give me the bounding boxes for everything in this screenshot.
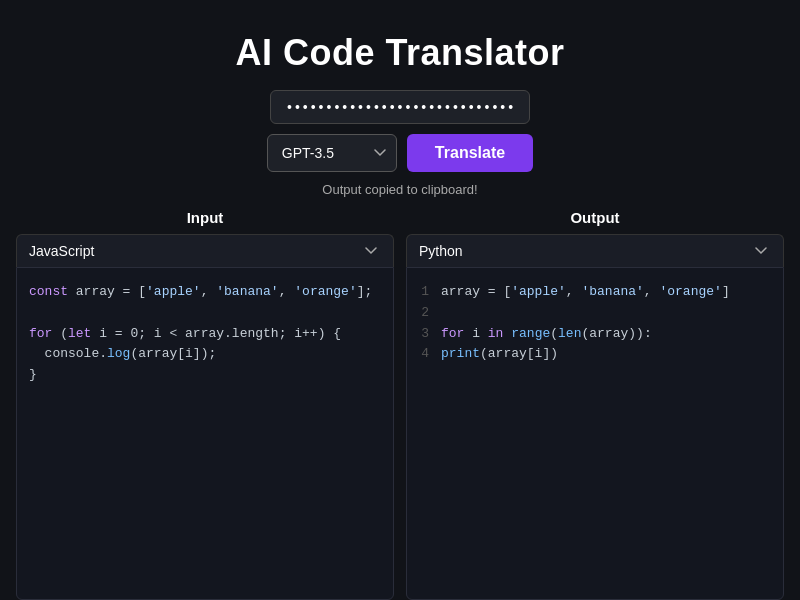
input-panel: Input JavaScript Python TypeScript Java … <box>16 209 394 600</box>
translate-button[interactable]: Translate <box>407 134 533 172</box>
output-panel-label: Output <box>406 209 784 226</box>
controls-row: GPT-3.5 GPT-4 Translate <box>267 134 533 172</box>
input-panel-label: Input <box>16 209 394 226</box>
line-number: 4 <box>411 344 441 365</box>
line-content: print(array[i]) <box>441 344 558 365</box>
output-line: 4 print(array[i]) <box>407 344 783 365</box>
panels-container: Input JavaScript Python TypeScript Java … <box>0 209 800 600</box>
api-key-input[interactable] <box>270 90 530 124</box>
input-lang-select[interactable]: JavaScript Python TypeScript Java C++ Go… <box>29 243 381 259</box>
line-content: array = ['apple', 'banana', 'orange'] <box>441 282 730 303</box>
line-number: 1 <box>411 282 441 303</box>
line-number: 2 <box>411 303 441 324</box>
input-code-area[interactable]: const array = ['apple', 'banana', 'orang… <box>16 267 394 600</box>
line-content: for i in range(len(array)): <box>441 324 652 345</box>
controls-section: GPT-3.5 GPT-4 Translate Output copied to… <box>267 90 533 205</box>
output-panel: Output Python JavaScript TypeScript Java… <box>406 209 784 600</box>
output-code-area[interactable]: 1array = ['apple', 'banana', 'orange']23… <box>406 267 784 600</box>
output-lang-select[interactable]: Python JavaScript TypeScript Java C++ Go… <box>419 243 771 259</box>
input-lang-row: JavaScript Python TypeScript Java C++ Go… <box>16 234 394 267</box>
output-line: 3for i in range(len(array)): <box>407 324 783 345</box>
output-lang-row: Python JavaScript TypeScript Java C++ Go… <box>406 234 784 267</box>
model-select[interactable]: GPT-3.5 GPT-4 <box>267 134 397 172</box>
line-number: 3 <box>411 324 441 345</box>
output-line: 2 <box>407 303 783 324</box>
page-title: AI Code Translator <box>235 32 564 74</box>
output-line: 1array = ['apple', 'banana', 'orange'] <box>407 282 783 303</box>
clipboard-message: Output copied to clipboard! <box>322 182 477 197</box>
page-header: AI Code Translator <box>235 0 564 90</box>
